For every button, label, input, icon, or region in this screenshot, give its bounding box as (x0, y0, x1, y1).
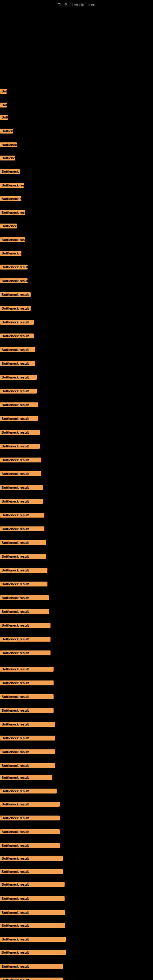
bottleneck-result-label: Bottleneck result (0, 843, 60, 848)
bottleneck-result-label: Bottleneck result (0, 458, 41, 463)
bottleneck-result-label: Bottleneck result (0, 89, 7, 94)
bottleneck-result-label: Bottleneck result (0, 485, 43, 490)
bottleneck-result-label: Bottleneck result (0, 681, 54, 686)
bottleneck-result-label: Bottleneck result (0, 595, 49, 600)
bottleneck-result-label: Bottleneck result (0, 708, 54, 713)
bottleneck-result-label: Bottleneck result (0, 265, 27, 269)
bottleneck-result-label: Bottleneck result (0, 196, 21, 201)
bottleneck-result-label: Bottleneck result (0, 210, 25, 215)
bottleneck-result-label: Bottleneck result (0, 103, 7, 108)
bottleneck-result-label: Bottleneck result (0, 237, 25, 242)
bottleneck-result-label: Bottleneck result (0, 513, 45, 517)
bottleneck-result-label: Bottleneck result (0, 964, 63, 969)
bottleneck-result-label: Bottleneck result (0, 910, 65, 915)
bottleneck-result-label: Bottleneck result (0, 389, 37, 393)
bottleneck-result-label: Bottleneck result (0, 554, 46, 559)
bottleneck-result-label: Bottleneck result (0, 736, 55, 740)
bottleneck-result-label: Bottleneck result (0, 667, 54, 671)
bottleneck-result-label: Bottleneck result (0, 789, 57, 794)
bottleneck-result-label: Bottleneck result (0, 224, 17, 229)
bottleneck-result-label: Bottleneck result (0, 306, 30, 311)
bottleneck-result-label: Bottleneck result (0, 444, 40, 449)
bottleneck-result-label: Bottleneck result (0, 763, 55, 768)
bottleneck-result-label: Bottleneck result (0, 430, 40, 435)
bottleneck-result-label: Bottleneck result (0, 278, 27, 283)
bottleneck-result-label: Bottleneck result (0, 802, 60, 807)
bottleneck-result-label: Bottleneck result (0, 375, 37, 380)
bottleneck-result-label: Bottleneck result (0, 694, 54, 699)
site-title: TheBottlenecker.com (58, 2, 95, 7)
bottleneck-result-label: Bottleneck result (0, 361, 35, 366)
bottleneck-result-label: Bottleneck result (0, 568, 48, 573)
bottleneck-result-label: Bottleneck result (0, 292, 30, 297)
bottleneck-result-label: Bottleneck result (0, 749, 55, 754)
bottleneck-result-label: Bottleneck result (0, 923, 65, 928)
bottleneck-result-label: Bottleneck result (0, 896, 65, 901)
bottleneck-result-label: Bottleneck result (0, 609, 49, 614)
bottleneck-result-label: Bottleneck result (0, 320, 33, 325)
bottleneck-result-label: Bottleneck result (0, 816, 60, 821)
bottleneck-result-label: Bottleneck result (0, 829, 60, 834)
bottleneck-result-label: Bottleneck result (0, 142, 17, 147)
bottleneck-result-label: Bottleneck result (0, 775, 52, 780)
bottleneck-result-label: Bottleneck result (0, 623, 51, 628)
bottleneck-result-label: Bottleneck result (0, 637, 51, 641)
bottleneck-result-label: Bottleneck result (0, 156, 15, 161)
bottleneck-result-label: Bottleneck result (0, 950, 66, 955)
bottleneck-result-label: Bottleneck result (0, 527, 45, 531)
bottleneck-result-label: Bottleneck result (0, 856, 63, 861)
bottleneck-result-label: Bottleneck result (0, 471, 41, 476)
bottleneck-result-label: Bottleneck result (0, 651, 51, 655)
bottleneck-result-label: Bottleneck result (0, 582, 48, 587)
bottleneck-result-label: Bottleneck result (0, 722, 55, 727)
bottleneck-result-label: Bottleneck result (0, 129, 13, 134)
bottleneck-result-label: Bottleneck result (0, 334, 33, 339)
bottleneck-result-label: Bottleneck result (0, 540, 46, 545)
bottleneck-result-label: Bottleneck result (0, 978, 63, 980)
bottleneck-result-label: Bottleneck result (0, 183, 24, 188)
bottleneck-result-label: Bottleneck result (0, 882, 65, 887)
bottleneck-result-label: Bottleneck result (0, 115, 8, 120)
bottleneck-result-label: Bottleneck result (0, 937, 66, 942)
bottleneck-result-label: Bottleneck result (0, 402, 38, 407)
bottleneck-result-label: Bottleneck result (0, 416, 38, 421)
bottleneck-result-label: Bottleneck result (0, 499, 43, 504)
bottleneck-result-label: Bottleneck result (0, 169, 20, 174)
bottleneck-result-label: Bottleneck result (0, 869, 63, 874)
bottleneck-result-label: Bottleneck result (0, 251, 21, 256)
bottleneck-result-label: Bottleneck result (0, 347, 35, 352)
